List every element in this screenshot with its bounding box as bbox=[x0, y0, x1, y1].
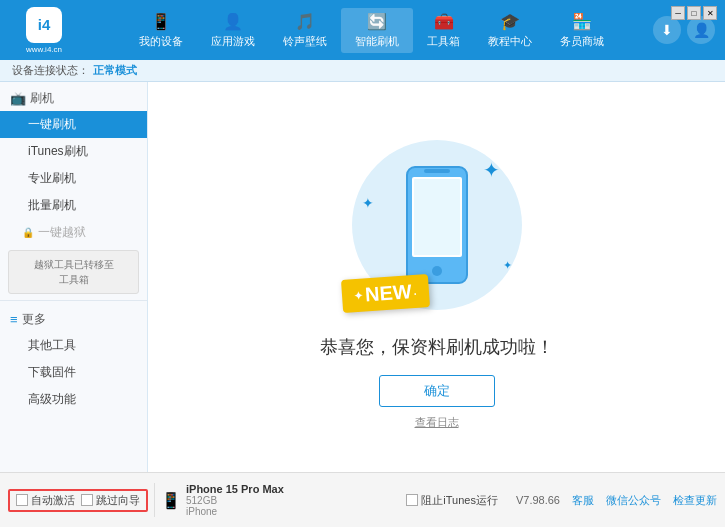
svg-point-3 bbox=[432, 266, 442, 276]
content-area: ✦ ✦ ✦ ✦ NEW . 恭喜您，保资料刷机成功啦！ 确定 查看日志 bbox=[148, 82, 725, 472]
bottom-bar: 自动激活 跳过向导 📱 iPhone 15 Pro Max 512GB iPho… bbox=[0, 472, 725, 527]
status-mode: 正常模式 bbox=[93, 63, 137, 78]
sidebar-item-one-key-flash[interactable]: 一键刷机 bbox=[0, 111, 147, 138]
minimize-button[interactable]: ─ bbox=[671, 6, 685, 20]
new-badge: ✦ NEW . bbox=[340, 274, 429, 313]
nav-item-my-device[interactable]: 📱 我的设备 bbox=[125, 8, 197, 53]
version-label: V7.98.66 bbox=[516, 494, 560, 506]
auto-activate-option[interactable]: 自动激活 bbox=[16, 493, 75, 508]
confirm-button[interactable]: 确定 bbox=[379, 375, 495, 407]
sidebar-item-download-fw[interactable]: 下载固件 bbox=[0, 359, 147, 386]
sidebar-item-batch-flash[interactable]: 批量刷机 bbox=[0, 192, 147, 219]
sidebar-item-pro-flash[interactable]: 专业刷机 bbox=[0, 165, 147, 192]
check-update-link[interactable]: 检查更新 bbox=[673, 493, 717, 508]
status-prefix: 设备连接状态： bbox=[12, 63, 89, 78]
lock-icon: 🔒 bbox=[22, 227, 34, 238]
nav-item-toolbox[interactable]: 🧰 工具箱 bbox=[413, 8, 474, 53]
device-name: iPhone 15 Pro Max bbox=[186, 483, 284, 495]
stop-itunes-option[interactable]: 阻止iTunes运行 bbox=[406, 493, 498, 508]
flash-section-icon: 📺 bbox=[10, 91, 26, 106]
wechat-link[interactable]: 微信公众号 bbox=[606, 493, 661, 508]
svg-rect-4 bbox=[414, 179, 460, 255]
version-info: V7.98.66 客服 微信公众号 检查更新 bbox=[516, 493, 717, 508]
redirect-home-option[interactable]: 跳过向导 bbox=[81, 493, 140, 508]
more-section-title: 更多 bbox=[22, 311, 46, 328]
device-type: iPhone bbox=[186, 506, 284, 517]
success-illustration: ✦ ✦ ✦ ✦ NEW . bbox=[337, 125, 537, 325]
nav-item-smart-flash[interactable]: 🔄 智能刷机 bbox=[341, 8, 413, 53]
device-icon: 📱 bbox=[161, 491, 181, 510]
view-log-link[interactable]: 查看日志 bbox=[415, 415, 459, 430]
customer-service-link[interactable]: 客服 bbox=[572, 493, 594, 508]
close-button[interactable]: ✕ bbox=[703, 6, 717, 20]
download-button[interactable]: ⬇ bbox=[653, 16, 681, 44]
status-bar: 设备连接状态： 正常模式 bbox=[0, 60, 725, 82]
more-section-icon: ≡ bbox=[10, 312, 18, 327]
sidebar-item-other-tools[interactable]: 其他工具 bbox=[0, 332, 147, 359]
sidebar-item-jailbreak-disabled: 🔒 一键越狱 bbox=[0, 219, 147, 246]
user-avatar-button[interactable]: 👤 bbox=[687, 16, 715, 44]
flash-section-title: 刷机 bbox=[30, 90, 54, 107]
sidebar-item-itunes-flash[interactable]: iTunes刷机 bbox=[0, 138, 147, 165]
logo-text: www.i4.cn bbox=[26, 45, 62, 54]
nav-item-service[interactable]: 🏪 务员商城 bbox=[546, 8, 618, 53]
device-storage: 512GB bbox=[186, 495, 284, 506]
sidebar: 📺 刷机 一键刷机 iTunes刷机 专业刷机 批量刷机 🔒 一键越狱 越狱工具… bbox=[0, 82, 148, 472]
sparkle3-icon: ✦ bbox=[503, 259, 512, 272]
phone-illustration bbox=[402, 165, 472, 285]
sparkle1-icon: ✦ bbox=[483, 158, 500, 182]
stop-itunes-checkbox[interactable] bbox=[406, 494, 418, 506]
maximize-button[interactable]: □ bbox=[687, 6, 701, 20]
sparkle2-icon: ✦ bbox=[362, 195, 374, 211]
svg-rect-2 bbox=[424, 169, 450, 173]
auto-options-group: 自动激活 跳过向导 bbox=[8, 489, 148, 512]
success-message: 恭喜您，保资料刷机成功啦！ bbox=[320, 335, 554, 359]
sidebar-item-advanced[interactable]: 高级功能 bbox=[0, 386, 147, 413]
auto-activate-checkbox[interactable] bbox=[16, 494, 28, 506]
redirect-home-checkbox[interactable] bbox=[81, 494, 93, 506]
nav-item-tutorial[interactable]: 🎓 教程中心 bbox=[474, 8, 546, 53]
nav-item-ringtones[interactable]: 🎵 铃声壁纸 bbox=[269, 8, 341, 53]
jailbreak-note: 越狱工具已转移至 工具箱 bbox=[8, 250, 139, 294]
logo: i4 www.i4.cn bbox=[10, 7, 78, 54]
nav-item-apps-games[interactable]: 👤 应用游戏 bbox=[197, 8, 269, 53]
device-info: 📱 iPhone 15 Pro Max 512GB iPhone bbox=[154, 483, 284, 517]
